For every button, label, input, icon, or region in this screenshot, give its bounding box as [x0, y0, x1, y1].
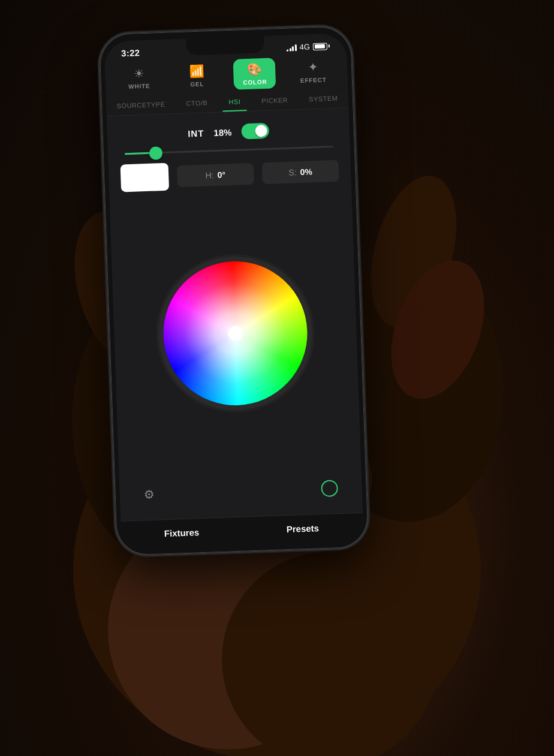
- signal-icon: [287, 44, 297, 52]
- fixtures-label: Fixtures: [164, 527, 200, 538]
- int-value: 18%: [213, 126, 232, 137]
- sat-value: 0%: [300, 167, 312, 177]
- sat-label: S:: [288, 167, 297, 177]
- screen-content: INT 18% H:: [107, 108, 363, 521]
- effect-icon: ✦: [308, 60, 318, 75]
- battery-icon: [313, 43, 330, 50]
- hue-label: H:: [205, 170, 214, 180]
- gel-icon: 📶: [189, 64, 204, 79]
- sat-param[interactable]: S: 0%: [262, 160, 339, 184]
- tab-color[interactable]: 🎨 COLOR: [233, 58, 276, 89]
- bottom-toolbar: ⚙: [131, 474, 350, 508]
- color-icon: 🎨: [247, 62, 263, 77]
- fixtures-nav[interactable]: Fixtures: [121, 517, 242, 549]
- hue-param[interactable]: H: 0°: [177, 163, 254, 187]
- slider-track[interactable]: [125, 146, 333, 155]
- record-button[interactable]: [321, 480, 338, 497]
- tab-ctob[interactable]: CTO/B: [180, 95, 214, 111]
- presets-label: Presets: [287, 523, 320, 534]
- color-info-row: H: 0° S: 0%: [121, 157, 339, 192]
- color-wheel-container: [122, 194, 350, 472]
- slider-thumb[interactable]: [149, 146, 163, 160]
- sliders-icon[interactable]: ⚙: [143, 487, 155, 502]
- int-label: INT: [188, 128, 204, 138]
- phone-screen: 3:22 4G: [104, 33, 363, 549]
- color-swatch[interactable]: [121, 163, 170, 192]
- notch: [186, 36, 264, 56]
- tab-picker[interactable]: PICKER: [255, 92, 294, 108]
- network-label: 4G: [299, 42, 310, 52]
- presets-nav[interactable]: Presets: [242, 513, 363, 544]
- hue-value: 0°: [217, 170, 225, 179]
- phone-wrapper: 3:22 4G: [99, 26, 369, 556]
- phone-frame: 3:22 4G: [99, 26, 369, 556]
- tab-white[interactable]: ☀ WHITE: [118, 62, 161, 94]
- toggle-knob: [255, 125, 267, 137]
- tab-effect[interactable]: ✦ EFFECT: [291, 56, 335, 88]
- status-time: 3:22: [121, 47, 140, 58]
- color-wheel-cursor: [228, 326, 243, 341]
- color-wheel[interactable]: [161, 259, 309, 408]
- tab-system[interactable]: SYSTEM: [303, 91, 344, 106]
- tab-gel[interactable]: 📶 GEL: [175, 60, 218, 92]
- tab-hsi[interactable]: HSI: [222, 94, 247, 109]
- int-row: INT 18%: [119, 121, 338, 144]
- int-toggle[interactable]: [241, 123, 269, 140]
- tab-sourcetype[interactable]: SOURCETYPE: [110, 97, 171, 113]
- status-icons: 4G: [287, 41, 330, 52]
- white-icon: ☀: [133, 66, 144, 81]
- intensity-slider-container: [120, 146, 338, 155]
